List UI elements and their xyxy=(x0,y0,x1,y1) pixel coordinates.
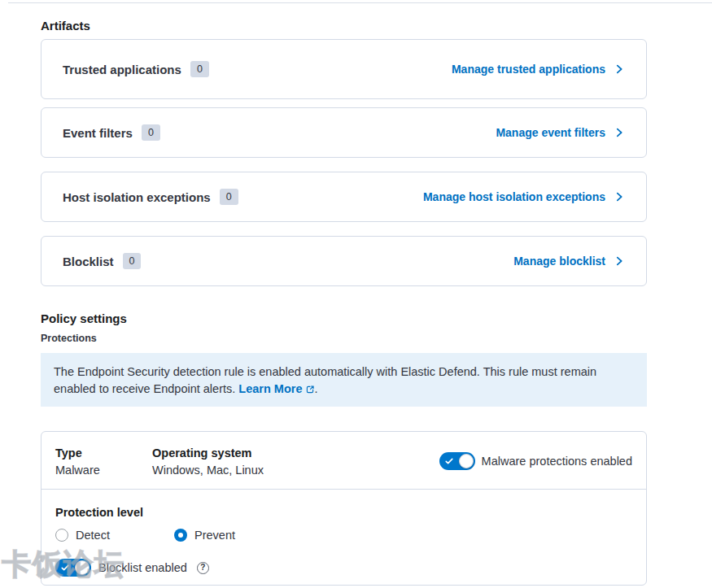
callout-text: The Endpoint Security detection rule is … xyxy=(54,365,596,395)
malware-toggle-label: Malware protections enabled xyxy=(482,455,632,468)
manage-link-label: Manage blocklist xyxy=(513,255,605,268)
event-filters-card: Event filters 0 Manage event filters xyxy=(41,107,647,158)
malware-toggle-group: Malware protections enabled xyxy=(439,452,632,470)
host-isolation-exceptions-card: Host isolation exceptions 0 Manage host … xyxy=(41,172,647,222)
blocklist-enabled-toggle[interactable] xyxy=(55,559,91,577)
toggle-thumb xyxy=(459,454,474,468)
card-title: Trusted applications xyxy=(63,63,181,76)
os-column: Operating system Windows, Mac, Linux xyxy=(152,446,264,489)
manage-event-filters-link[interactable]: Manage event filters xyxy=(496,126,625,139)
type-label: Type xyxy=(55,446,152,460)
card-title: Host isolation exceptions xyxy=(63,190,211,204)
toggle-thumb xyxy=(75,560,90,575)
radio-option-detect[interactable]: Detect xyxy=(55,529,174,542)
os-label: Operating system xyxy=(152,446,264,460)
radio-checked-icon xyxy=(174,529,187,542)
endpoint-security-callout: The Endpoint Security detection rule is … xyxy=(41,353,647,407)
chevron-right-icon xyxy=(614,63,625,75)
card-title-group: Host isolation exceptions 0 xyxy=(63,189,238,205)
learn-more-label: Learn More xyxy=(238,381,302,398)
manage-trusted-applications-link[interactable]: Manage trusted applications xyxy=(452,63,625,76)
manage-link-label: Manage trusted applications xyxy=(452,63,605,76)
protection-level-options: Detect Prevent xyxy=(55,529,632,542)
artifacts-heading: Artifacts xyxy=(41,19,90,33)
policy-settings-heading: Policy settings xyxy=(41,311,127,325)
learn-more-link[interactable]: Learn More xyxy=(238,381,314,398)
os-value: Windows, Mac, Linux xyxy=(152,464,264,477)
count-badge: 0 xyxy=(190,61,209,77)
protection-level-label: Protection level xyxy=(55,506,632,519)
type-column: Type Malware xyxy=(55,446,152,489)
radio-unchecked-icon xyxy=(55,529,68,542)
protection-card-body: Protection level Detect Prevent Blocklis… xyxy=(41,490,646,588)
manage-link-label: Manage host isolation exceptions xyxy=(423,190,605,203)
chevron-right-icon xyxy=(614,191,625,203)
radio-option-prevent[interactable]: Prevent xyxy=(174,529,235,542)
manage-link-label: Manage event filters xyxy=(496,126,605,139)
help-icon[interactable]: ? xyxy=(197,562,209,574)
card-title: Blocklist xyxy=(63,255,114,268)
chevron-right-icon xyxy=(614,127,625,138)
type-value: Malware xyxy=(55,464,152,477)
blocklist-card: Blocklist 0 Manage blocklist xyxy=(41,236,647,286)
malware-protection-card: Type Malware Operating system Windows, M… xyxy=(41,431,647,586)
card-title-group: Blocklist 0 xyxy=(63,253,141,269)
manage-host-isolation-exceptions-link[interactable]: Manage host isolation exceptions xyxy=(423,190,625,203)
card-title: Event filters xyxy=(63,126,133,140)
trusted-applications-card: Trusted applications 0 Manage trusted ap… xyxy=(41,39,647,99)
chevron-right-icon xyxy=(614,255,625,267)
top-divider xyxy=(8,2,712,3)
card-title-group: Trusted applications 0 xyxy=(63,61,209,77)
protection-card-header: Type Malware Operating system Windows, M… xyxy=(41,432,646,490)
malware-protections-toggle[interactable] xyxy=(439,452,475,470)
blocklist-toggle-group: Blocklist enabled ? xyxy=(55,559,632,577)
radio-label: Prevent xyxy=(194,529,235,542)
blocklist-toggle-label: Blocklist enabled xyxy=(98,561,187,574)
protections-subheading: Protections xyxy=(41,333,97,344)
check-icon xyxy=(444,456,454,466)
external-link-icon xyxy=(305,385,315,394)
count-badge: 0 xyxy=(220,189,238,205)
callout-suffix: . xyxy=(315,382,318,395)
check-icon xyxy=(60,563,70,573)
count-badge: 0 xyxy=(123,253,142,269)
card-title-group: Event filters 0 xyxy=(63,124,160,141)
radio-label: Detect xyxy=(76,529,110,542)
manage-blocklist-link[interactable]: Manage blocklist xyxy=(513,255,625,268)
count-badge: 0 xyxy=(142,124,160,141)
